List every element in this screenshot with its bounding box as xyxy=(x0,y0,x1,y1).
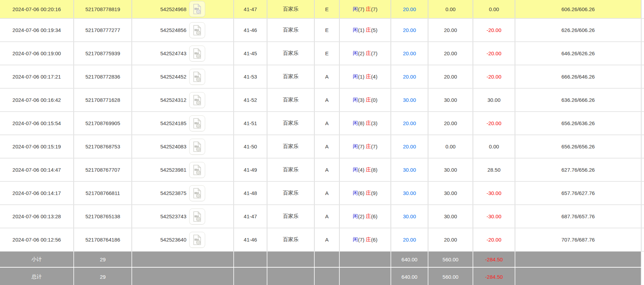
game-id-cell: 542524185 xyxy=(132,112,234,135)
game-id-cell: 542524968 xyxy=(132,0,234,18)
table-row[interactable]: 2024-07-06 00:12:56521708764186542523640… xyxy=(0,228,644,252)
game-id-cell: 542524452 xyxy=(132,65,234,88)
result-cell: 闲(2) 庄(7) xyxy=(340,42,391,65)
video-replay-button[interactable] xyxy=(189,115,205,131)
summary-win-loss-total-cell: -284.50 xyxy=(473,268,515,285)
video-replay-button[interactable] xyxy=(189,185,205,201)
game-type-cell: 百家乐 xyxy=(267,89,315,111)
bet-id-cell: 521708771628 xyxy=(74,89,132,111)
table-row[interactable]: 2024-07-06 00:17:21521708772836542524452… xyxy=(0,65,644,89)
banker-label: 庄 xyxy=(366,6,371,13)
game-type-cell: 百家乐 xyxy=(267,65,315,88)
summary-valid-total-cell: 560.00 xyxy=(428,252,473,267)
table-round-cell: 41-46 xyxy=(234,19,267,41)
video-replay-button[interactable] xyxy=(189,232,205,248)
game-type-cell: 百家乐 xyxy=(267,228,315,251)
bet-amount-cell: 30.00 xyxy=(391,205,428,228)
table-round-cell: 41-50 xyxy=(234,135,267,158)
balance-cell: 646.26/626.26 xyxy=(515,42,642,65)
video-file-icon xyxy=(192,211,202,222)
valid-amount-cell: 20.00 xyxy=(428,19,473,41)
video-replay-button[interactable] xyxy=(189,162,205,178)
summary-empty-cell xyxy=(132,252,234,267)
game-id-value: 542524743 xyxy=(160,50,186,56)
table-letter-cell: A xyxy=(315,228,340,251)
balance-cell: 687.76/657.76 xyxy=(515,205,642,228)
player-label: 闲 xyxy=(353,27,358,33)
balance-cell: 656.26/656.26 xyxy=(515,135,642,158)
summary-win-loss-total-cell: -284.50 xyxy=(473,252,515,267)
bet-amount-cell: 20.00 xyxy=(391,42,428,65)
game-id-value: 542523640 xyxy=(160,237,186,243)
table-row[interactable]: 2024-07-06 00:16:42521708771628542524312… xyxy=(0,89,644,112)
game-id-cell: 542524856 xyxy=(132,19,234,41)
summary-count-cell: 29 xyxy=(74,252,132,267)
bet-amount-cell: 30.00 xyxy=(391,158,428,181)
win-loss-cell: -20.00 xyxy=(473,42,515,65)
valid-amount-cell: 30.00 xyxy=(428,158,473,181)
table-row[interactable]: 2024-07-06 00:14:17521708766811542523875… xyxy=(0,182,644,205)
video-file-icon xyxy=(192,71,202,82)
bet-id-cell: 521708775939 xyxy=(74,42,132,65)
game-id-value: 542523981 xyxy=(160,167,186,173)
video-replay-button[interactable] xyxy=(189,69,205,85)
edge-spacer-cell xyxy=(642,19,644,41)
game-type-cell: 百家乐 xyxy=(267,112,315,135)
table-row[interactable]: 2024-07-06 00:14:47521708767707542523981… xyxy=(0,158,644,182)
summary-empty-cell xyxy=(315,252,340,267)
video-replay-button[interactable] xyxy=(189,209,205,225)
summary-label-cell: 总计 xyxy=(0,268,74,285)
game-id-cell: 542523875 xyxy=(132,182,234,204)
banker-label: 庄 xyxy=(366,73,371,80)
table-letter-cell: E xyxy=(315,0,340,18)
table-round-cell: 41-49 xyxy=(234,158,267,181)
game-id-value: 542524312 xyxy=(160,97,186,103)
table-row[interactable]: 2024-07-06 00:20:16521708778819542524968… xyxy=(0,0,644,19)
game-type-cell: 百家乐 xyxy=(267,135,315,158)
video-replay-button[interactable] xyxy=(189,46,205,62)
table-round-cell: 41-52 xyxy=(234,89,267,111)
balance-cell: 627.76/656.26 xyxy=(515,158,642,181)
game-id-cell: 542524083 xyxy=(132,135,234,158)
table-row[interactable]: 2024-07-06 00:15:19521708768753542524083… xyxy=(0,135,644,158)
time-cell: 2024-07-06 00:19:34 xyxy=(0,19,74,41)
table-letter-cell: A xyxy=(315,89,340,111)
summary-valid-total-cell: 560.00 xyxy=(428,268,473,285)
summary-empty-cell xyxy=(515,252,642,267)
video-replay-button[interactable] xyxy=(189,139,205,155)
table-row[interactable]: 2024-07-06 00:13:28521708765138542523743… xyxy=(0,205,644,228)
balance-cell: 666.26/646.26 xyxy=(515,65,642,88)
table-row[interactable]: 2024-07-06 00:19:34521708777277542524856… xyxy=(0,19,644,42)
table-row[interactable]: 2024-07-06 00:15:54521708769905542524185… xyxy=(0,112,644,135)
edge-spacer-cell xyxy=(642,65,644,88)
game-id-value: 542524968 xyxy=(160,6,186,12)
summary-empty-cell xyxy=(267,252,315,267)
table-row[interactable]: 2024-07-06 00:19:00521708775939542524743… xyxy=(0,42,644,65)
game-type-cell: 百家乐 xyxy=(267,158,315,181)
video-replay-button[interactable] xyxy=(189,22,205,38)
video-replay-button[interactable] xyxy=(189,1,205,17)
player-label: 闲 xyxy=(353,236,358,243)
time-cell: 2024-07-06 00:14:47 xyxy=(0,158,74,181)
win-loss-cell: -20.00 xyxy=(473,65,515,88)
balance-cell: 606.26/606.26 xyxy=(515,0,642,18)
video-file-icon xyxy=(192,164,202,176)
table-round-cell: 41-47 xyxy=(234,205,267,228)
bet-id-cell: 521708778819 xyxy=(74,0,132,18)
table-letter-cell: E xyxy=(315,19,340,41)
bet-id-cell: 521708767707 xyxy=(74,158,132,181)
result-cell: 闲(1) 庄(5) xyxy=(340,19,391,41)
result-cell: 闲(7) 庄(6) xyxy=(340,228,391,251)
result-cell: 闲(2) 庄(6) xyxy=(340,205,391,228)
game-id-cell: 542524743 xyxy=(132,42,234,65)
player-label: 闲 xyxy=(353,97,358,103)
table-round-cell: 41-45 xyxy=(234,42,267,65)
bet-amount-cell: 30.00 xyxy=(391,89,428,111)
video-replay-button[interactable] xyxy=(189,92,205,108)
summary-empty-cell xyxy=(267,268,315,285)
summary-empty-cell xyxy=(234,252,267,267)
time-cell: 2024-07-06 00:15:19 xyxy=(0,135,74,158)
time-cell: 2024-07-06 00:20:16 xyxy=(0,0,74,18)
summary-bet-total-cell: 640.00 xyxy=(391,252,428,267)
bet-id-cell: 521708764186 xyxy=(74,228,132,251)
